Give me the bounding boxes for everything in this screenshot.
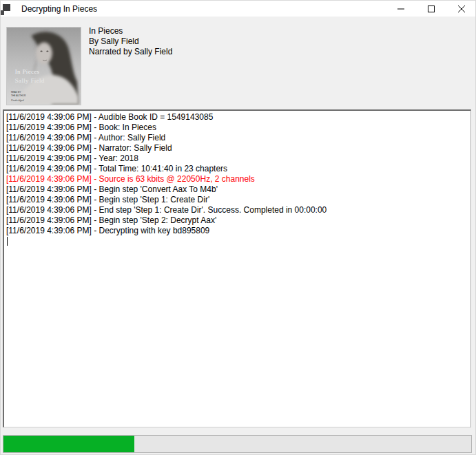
cover-readby2-text: THE AUTHOR bbox=[11, 94, 26, 97]
progress-bar bbox=[3, 435, 472, 453]
book-title: In Pieces bbox=[89, 26, 172, 36]
log-line: [11/6/2019 4:39:06 PM] - End step 'Step … bbox=[6, 205, 468, 215]
log-line: [11/6/2019 4:39:06 PM] - Year: 2018 bbox=[6, 154, 468, 164]
app-window: { "titlebar": { "title": "Decrypting In … bbox=[0, 0, 476, 455]
log-line: [11/6/2019 4:39:06 PM] - Total Time: 10:… bbox=[6, 164, 468, 174]
log-line: [11/6/2019 4:39:06 PM] - Begin step 'Ste… bbox=[6, 215, 468, 226]
cover-readby1-text: READ BY bbox=[11, 91, 21, 94]
book-cover-image: In Pieces Sally Field READ BY THE AUTHOR… bbox=[6, 27, 81, 105]
log-line: [11/6/2019 4:39:06 PM] - Begin step 'Ste… bbox=[6, 195, 468, 205]
book-narrator: Narrated by Sally Field bbox=[89, 47, 172, 57]
maximize-icon bbox=[428, 6, 435, 12]
cover-author-text: Sally Field bbox=[15, 77, 45, 84]
progress-bar-fill bbox=[3, 436, 134, 452]
window-title: Decrypting In Pieces bbox=[21, 4, 97, 14]
log-textbox[interactable]: [11/6/2019 4:39:06 PM] - Audible Book ID… bbox=[3, 109, 471, 427]
log-line: [11/6/2019 4:39:06 PM] - Author: Sally F… bbox=[6, 133, 468, 143]
app-squares-icon bbox=[1, 3, 13, 15]
log-line: [11/6/2019 4:39:06 PM] - Audible Book ID… bbox=[6, 112, 468, 123]
minimize-button[interactable] bbox=[386, 1, 416, 17]
cover-title-text: In Pieces bbox=[15, 68, 40, 75]
log-line: [11/6/2019 4:39:06 PM] - Begin step 'Con… bbox=[6, 184, 468, 195]
text-caret bbox=[7, 237, 8, 246]
caption-buttons bbox=[386, 1, 476, 17]
log-line: [11/6/2019 4:39:06 PM] - Narrator: Sally… bbox=[6, 143, 468, 154]
maximize-button[interactable] bbox=[416, 1, 446, 17]
book-info: In Pieces By Sally Field Narrated by Sal… bbox=[89, 26, 172, 57]
titlebar[interactable]: Decrypting In Pieces bbox=[1, 1, 476, 17]
close-icon bbox=[458, 6, 465, 12]
log-line: [11/6/2019 4:39:06 PM] - Decrypting with… bbox=[6, 226, 468, 236]
log-line: [11/6/2019 4:39:06 PM] - Source is 63 kb… bbox=[6, 174, 468, 184]
book-author: By Sally Field bbox=[89, 36, 172, 47]
close-button[interactable] bbox=[446, 1, 476, 17]
log-line: [11/6/2019 4:39:06 PM] - Book: In Pieces bbox=[6, 123, 468, 133]
minimize-icon bbox=[397, 6, 404, 12]
cover-edition-text: Unabridged bbox=[11, 99, 24, 102]
